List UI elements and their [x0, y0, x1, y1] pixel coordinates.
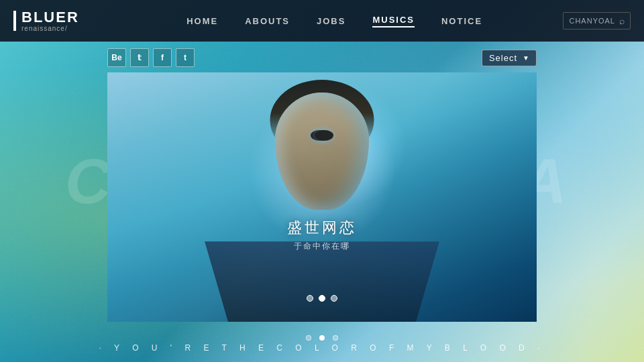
bottom-dot-1[interactable] [306, 335, 311, 341]
logo-main: BLUER [21, 10, 79, 25]
search-text: CHANYOAL [569, 17, 615, 25]
select-dropdown[interactable]: Select ▼ [482, 50, 537, 66]
image-dot-1[interactable] [307, 295, 313, 302]
social-twitter[interactable]: 𝕥 [130, 48, 149, 67]
bottom-dot-2[interactable] [319, 335, 325, 341]
bottom-dots [0, 335, 644, 341]
image-dots [307, 295, 337, 302]
image-dot-3[interactable] [331, 295, 337, 302]
chevron-down-icon: ▼ [523, 54, 529, 62]
nav-abouts[interactable]: ABOUTS [245, 16, 290, 26]
nav-links: HOME ABOUTS JOBS MUSICS NOTICE [106, 15, 564, 27]
search-box[interactable]: CHANYOAL ⌕ [563, 12, 631, 29]
social-facebook[interactable]: f [153, 48, 172, 67]
nav-jobs[interactable]: JOBS [317, 16, 345, 26]
social-bar: Be 𝕥 f t [107, 48, 195, 67]
logo-bar [13, 11, 16, 31]
nav-musics[interactable]: MUSICS [372, 15, 415, 27]
logo-text: BLUER renaissance/ [21, 10, 79, 32]
navigation: BLUER renaissance/ HOME ABOUTS JOBS MUSI… [0, 0, 644, 42]
logo-sub: renaissance/ [21, 25, 79, 32]
nav-right: CHANYOAL ⌕ [563, 12, 631, 29]
bottom-tagline: · Y O U ' R E T H E C O L O R O F M Y B … [0, 343, 644, 353]
chinese-main-text: 盛世网恋 [287, 218, 357, 238]
chinese-text-overlay: 盛世网恋 于命中你在哪 [287, 218, 357, 252]
photo-tint [107, 72, 537, 322]
image-dot-2[interactable] [319, 295, 325, 302]
nav-notice[interactable]: NOTICE [441, 16, 482, 26]
chinese-sub-text: 于命中你在哪 [287, 241, 357, 252]
main-image: 盛世网恋 于命中你在哪 [107, 72, 537, 322]
nav-home[interactable]: HOME [186, 16, 218, 26]
bottom-dot-3[interactable] [333, 335, 338, 341]
logo[interactable]: BLUER renaissance/ [13, 10, 79, 32]
social-tumblr[interactable]: t [176, 48, 195, 67]
search-icon: ⌕ [619, 15, 625, 26]
select-label: Select [489, 53, 517, 63]
social-behance[interactable]: Be [107, 48, 126, 67]
